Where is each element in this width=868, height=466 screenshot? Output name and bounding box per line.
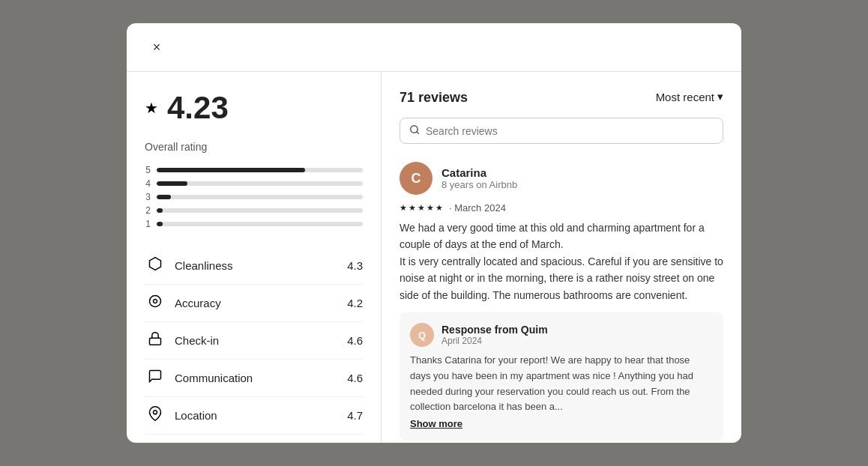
response-name: Response from Quim xyxy=(441,324,548,336)
review-stars-date: ★★★★★ · March 2024 xyxy=(400,202,723,214)
svg-point-0 xyxy=(150,296,161,307)
communication-icon xyxy=(145,369,166,387)
category-cleanliness: Cleanliness 4.3 xyxy=(145,247,363,285)
bar-track xyxy=(157,208,363,213)
cat-score: 4.6 xyxy=(347,334,363,347)
star-icon: ★ xyxy=(145,99,158,117)
bar-fill xyxy=(157,222,163,226)
star-bar-row: 3 xyxy=(145,192,363,202)
bar-track xyxy=(157,181,363,186)
star-bar-row: 5 xyxy=(145,165,363,175)
modal-body: ★ 4.23 Overall rating 5 4 3 2 1 xyxy=(127,72,741,443)
modal-header: × xyxy=(127,23,741,72)
reviewer-info: Catarina 8 years on Airbnb xyxy=(441,166,723,190)
response-info: Response from Quim April 2024 xyxy=(441,324,548,346)
svg-point-1 xyxy=(154,300,157,303)
bar-fill xyxy=(157,181,187,186)
star-num: 4 xyxy=(145,178,151,189)
location-icon xyxy=(145,406,166,425)
reviewer-header: C Catarina 8 years on Airbnb xyxy=(400,162,723,195)
response-date: April 2024 xyxy=(441,336,548,346)
cat-name: Check-in xyxy=(175,334,219,347)
sort-button[interactable]: Most recent ▾ xyxy=(656,90,723,103)
overall-rating: 4.23 xyxy=(167,90,229,126)
star-num: 1 xyxy=(145,219,151,229)
review-date: · March 2024 xyxy=(449,202,506,214)
review-stars: ★★★★★ xyxy=(400,203,443,213)
bar-track xyxy=(157,195,363,199)
cat-left: Location xyxy=(145,406,217,425)
search-input[interactable] xyxy=(426,125,714,137)
bar-fill xyxy=(157,208,163,213)
cat-left: Communication xyxy=(145,369,253,387)
review-text: We had a very good time at this old and … xyxy=(400,220,723,303)
star-bar-row: 2 xyxy=(145,205,363,216)
category-value: Value 4.0 xyxy=(145,435,363,443)
right-panel: 71 reviews Most recent ▾ xyxy=(382,72,741,443)
category-accuracy: Accuracy 4.2 xyxy=(145,285,363,322)
category-location: Location 4.7 xyxy=(145,397,363,435)
cat-score: 4.3 xyxy=(347,259,363,272)
category-check-in: Check-in 4.6 xyxy=(145,322,363,360)
search-icon xyxy=(409,124,420,137)
svg-rect-2 xyxy=(150,338,161,345)
reviewer-meta: 8 years on Airbnb xyxy=(441,179,723,190)
cat-name: Cleanliness xyxy=(175,259,233,272)
cat-left: Cleanliness xyxy=(145,256,233,275)
reviews-modal: × ★ 4.23 Overall rating 5 4 3 2 xyxy=(127,23,741,443)
cat-left: Check-in xyxy=(145,331,219,350)
close-button[interactable]: × xyxy=(145,35,169,59)
cat-score: 4.2 xyxy=(347,297,363,309)
response-header: Q Response from Quim April 2024 xyxy=(410,323,713,347)
cat-score: 4.6 xyxy=(347,372,363,384)
avatar: C xyxy=(400,162,433,195)
accuracy-icon xyxy=(145,294,166,312)
star-num: 5 xyxy=(145,165,151,175)
modal-overlay: × ★ 4.23 Overall rating 5 4 3 2 xyxy=(0,0,868,466)
svg-line-6 xyxy=(417,132,419,134)
left-panel: ★ 4.23 Overall rating 5 4 3 2 1 xyxy=(127,72,382,443)
cat-name: Communication xyxy=(175,372,253,384)
response-text: Thanks Catarina for your report! We are … xyxy=(410,353,713,415)
star-bar-row: 4 xyxy=(145,178,363,189)
bar-fill xyxy=(157,195,171,199)
cleanliness-icon xyxy=(145,256,166,275)
star-num: 2 xyxy=(145,205,151,216)
overall-label: Overall rating xyxy=(145,141,363,153)
star-num: 3 xyxy=(145,192,151,202)
bar-track xyxy=(157,168,363,172)
svg-point-3 xyxy=(154,411,157,414)
search-bar xyxy=(400,118,723,144)
checkin-icon xyxy=(145,331,166,350)
star-bars: 5 4 3 2 1 xyxy=(145,165,363,229)
review-card: C Catarina 8 years on Airbnb ★★★★★ · Mar… xyxy=(400,162,723,443)
star-bar-row: 1 xyxy=(145,219,363,229)
reviews-container: C Catarina 8 years on Airbnb ★★★★★ · Mar… xyxy=(400,162,723,443)
show-more-button[interactable]: Show more xyxy=(410,418,462,429)
reviewer-name: Catarina xyxy=(441,166,723,179)
categories-container: Cleanliness 4.3 Accuracy 4.2 Check-in 4.… xyxy=(145,247,363,443)
bar-track xyxy=(157,222,363,226)
response-box: Q Response from Quim April 2024 Thanks C… xyxy=(400,312,723,441)
response-avatar: Q xyxy=(410,323,434,347)
cat-score: 4.7 xyxy=(347,409,363,422)
cat-left: Accuracy xyxy=(145,294,221,312)
cat-name: Accuracy xyxy=(175,297,221,309)
category-communication: Communication 4.6 xyxy=(145,360,363,397)
cat-name: Location xyxy=(175,409,217,422)
rating-header: ★ 4.23 xyxy=(145,90,363,126)
bar-fill xyxy=(157,168,305,172)
reviews-title: 71 reviews Most recent ▾ xyxy=(400,90,723,106)
